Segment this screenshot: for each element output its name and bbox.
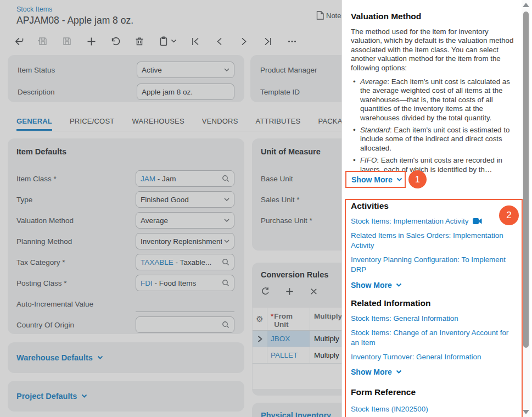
column-header-multiply[interactable]: Multiply (310, 308, 341, 330)
save-close-button[interactable] (36, 34, 50, 48)
previous-record-button[interactable] (212, 34, 227, 48)
summary-panel-left: Item Status Active Description Apple jam… (8, 55, 244, 102)
project-defaults-panel: Project Defaults (8, 381, 244, 412)
item-class-lookup[interactable]: JAM - Jam (136, 170, 234, 187)
search-icon (222, 279, 229, 287)
refresh-button[interactable] (259, 285, 272, 298)
item-status-dropdown[interactable]: Active (137, 62, 234, 78)
add-button[interactable] (84, 34, 98, 48)
auto-incremental-value-field[interactable] (136, 296, 234, 312)
unit-of-measure-panel: Unit of Measure Base Unit Sales Unit * P… (252, 138, 341, 251)
related-link[interactable]: Inventory Turnover: General Information (351, 352, 516, 363)
base-unit-label: Base Unit (261, 175, 341, 183)
notes-button[interactable]: Notes (316, 11, 341, 20)
show-more-valuation[interactable]: Show More (351, 175, 402, 184)
from-unit-link[interactable]: PALLET (271, 351, 298, 359)
product-manager-label: Product Manager (260, 66, 341, 74)
next-icon (242, 38, 246, 45)
planning-method-label: Planning Method (16, 237, 136, 246)
physical-inventory-toggle[interactable]: Physical Inventory (261, 411, 341, 417)
tab-packaging[interactable]: PACKAGING (318, 113, 342, 131)
tab-attributes[interactable]: ATTRIBUTES (256, 113, 301, 131)
valuation-method-value: Average (141, 216, 222, 225)
country-of-origin-lookup[interactable] (136, 316, 234, 333)
help-intro-text: The method used for the item for invento… (351, 27, 516, 73)
conversion-rules-grid: ⚙ *From Unit Multiply JBOX Multiply PALL… (253, 308, 341, 389)
auto-incremental-value-label: Auto-Incremental Value (16, 300, 136, 308)
chevron-down-icon (396, 370, 402, 374)
breadcrumb[interactable]: Stock Items (16, 5, 52, 13)
conversion-rules-toolbar (259, 285, 320, 298)
next-record-button[interactable] (237, 34, 251, 48)
warehouse-defaults-toggle[interactable]: Warehouse Defaults (16, 353, 103, 362)
tab-general[interactable]: GENERAL (16, 113, 52, 131)
chevron-down-icon (224, 240, 229, 243)
item-class-label: Item Class * (16, 175, 136, 183)
valuation-method-help: Valuation Method The method used for the… (351, 8, 516, 177)
copy-paste-button[interactable] (156, 34, 178, 48)
item-status-value: Active (142, 66, 222, 74)
more-actions-button[interactable] (285, 34, 299, 48)
warehouse-defaults-label: Warehouse Defaults (16, 353, 93, 362)
planning-method-dropdown[interactable]: Inventory Replenishment (136, 233, 234, 249)
project-defaults-label: Project Defaults (16, 392, 77, 401)
type-label: Type (16, 196, 136, 204)
related-link[interactable]: Stock Items: Change of an Inventory Acco… (351, 328, 516, 348)
posting-class-lookup[interactable]: FDI - Food Items (136, 275, 234, 291)
undo-button[interactable] (108, 34, 122, 48)
tab-price-cost[interactable]: PRICE/COST (70, 113, 114, 131)
last-record-button[interactable] (261, 34, 275, 48)
item-defaults-title: Item Defaults (16, 147, 234, 156)
project-defaults-toggle[interactable]: Project Defaults (16, 392, 87, 401)
summary-panel-right: Product Manager Template ID (250, 55, 341, 102)
activity-link[interactable]: Inventory Planning Configuration: To Imp… (351, 255, 516, 275)
type-dropdown[interactable]: Finished Good (136, 191, 234, 208)
template-id-label: Template ID (260, 88, 341, 96)
search-icon (222, 175, 229, 182)
main-content: Stock Items APJAM08 - Apple jam 8 oz. No… (0, 0, 341, 417)
first-icon (193, 38, 198, 45)
table-row[interactable]: PALLET Multiply (253, 347, 341, 364)
page-title: APJAM08 - Apple jam 8 oz. (16, 15, 133, 26)
scrollbar-thumb[interactable] (523, 12, 529, 348)
multiply-cell[interactable]: Multiply (314, 351, 339, 359)
valuation-method-dropdown[interactable]: Average (136, 212, 234, 229)
table-row[interactable]: JBOX Multiply (253, 331, 341, 347)
country-of-origin-label: Country Of Origin (16, 321, 136, 329)
first-record-button[interactable] (188, 34, 203, 48)
help-scrollbar[interactable] (522, 0, 530, 417)
scroll-up-arrow[interactable] (523, 3, 529, 7)
tab-warehouses[interactable]: WAREHOUSES (132, 113, 184, 131)
grid-settings-gear-icon[interactable]: ⚙ (256, 315, 263, 323)
activity-link[interactable]: Stock Items: Implementation Activity (351, 216, 516, 227)
activity-link[interactable]: Related Items in Sales Orders: Implement… (351, 231, 516, 251)
from-unit-link[interactable]: JBOX (271, 335, 290, 343)
delete-row-button[interactable] (307, 285, 320, 298)
column-header-from-unit[interactable]: *From Unit (267, 308, 310, 330)
show-more-activities[interactable]: Show More (351, 281, 402, 290)
grid-header-row: ⚙ *From Unit Multiply (253, 308, 341, 331)
chevron-down-icon (396, 283, 402, 287)
save-button[interactable] (60, 34, 74, 48)
description-value: Apple jam 8 oz. (142, 88, 229, 96)
highlight-box-1: Show More (345, 171, 406, 188)
tab-vendors[interactable]: VENDORS (202, 113, 238, 131)
delete-button[interactable] (132, 34, 147, 48)
related-link[interactable]: Stock Items: General Information (351, 314, 516, 324)
video-icon (473, 218, 482, 224)
add-icon (87, 37, 95, 45)
chevron-down-icon (224, 68, 229, 72)
item-defaults-panel: Item Defaults Item Class * JAM - Jam Typ… (8, 138, 244, 334)
tax-category-lookup[interactable]: TAXABLE - Taxable... (136, 254, 234, 270)
add-row-icon (286, 288, 293, 294)
chevron-down-icon (81, 394, 87, 398)
add-row-button[interactable] (283, 285, 296, 298)
form-reference-link[interactable]: Stock Items (IN202500) (351, 404, 516, 415)
scroll-down-arrow[interactable] (523, 410, 529, 414)
search-icon (222, 321, 229, 329)
show-more-related[interactable]: Show More (351, 368, 402, 376)
back-button[interactable] (12, 34, 26, 48)
multiply-cell[interactable]: Multiply (314, 335, 339, 343)
record-toolbar (12, 34, 299, 48)
description-input[interactable]: Apple jam 8 oz. (137, 84, 234, 100)
